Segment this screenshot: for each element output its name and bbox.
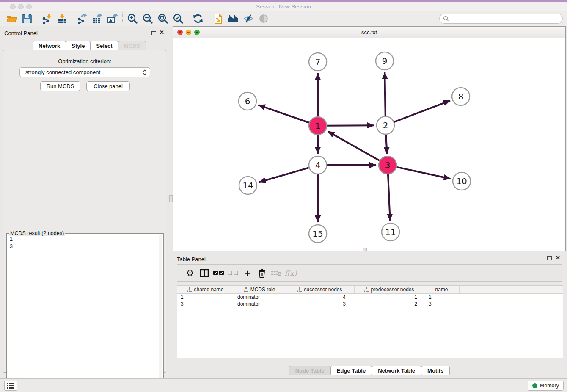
memory-button[interactable]: Memory bbox=[528, 381, 564, 391]
table-row[interactable]: 3 dominator 3 2 3 bbox=[177, 301, 563, 307]
search-input[interactable] bbox=[449, 14, 562, 23]
deselect-all-icon[interactable] bbox=[226, 267, 240, 279]
run-mcds-button[interactable]: Run MCDS bbox=[40, 81, 80, 91]
vertical-split-handle[interactable] bbox=[169, 195, 173, 202]
control-panel: Control Panel ✕ Network Style Select MCD… bbox=[0, 26, 169, 378]
edge-2-3[interactable] bbox=[386, 135, 387, 154]
edge-3-11[interactable] bbox=[388, 174, 390, 221]
cell-predecessor-nodes: 1 bbox=[355, 294, 424, 300]
float-panel-icon[interactable] bbox=[151, 31, 156, 35]
node-label-11: 11 bbox=[385, 227, 396, 237]
show-hide-icon[interactable] bbox=[241, 12, 256, 25]
criterion-value: strongly connected component bbox=[25, 69, 100, 75]
mcds-result-text: 1 3 bbox=[10, 236, 13, 250]
titlebar: Session: New Session bbox=[0, 2, 567, 11]
attribute-tree-icon bbox=[297, 287, 302, 292]
node-label-1: 1 bbox=[315, 121, 321, 131]
cell-predecessor-nodes: 2 bbox=[355, 301, 424, 307]
open-session-home-icon[interactable] bbox=[226, 12, 241, 25]
edge-1-2[interactable] bbox=[327, 125, 374, 126]
network-minimize-icon[interactable]: − bbox=[186, 30, 191, 35]
cell-successor-nodes: 4 bbox=[285, 294, 355, 300]
edge-4-14[interactable] bbox=[259, 168, 309, 182]
import-network-icon[interactable] bbox=[39, 12, 55, 25]
network-canvas[interactable]: 1234678910111415 bbox=[173, 38, 565, 251]
panel-columns-icon[interactable] bbox=[197, 267, 212, 279]
cell-shared-name: 3 bbox=[177, 301, 234, 307]
edge-1-6[interactable] bbox=[258, 105, 309, 123]
tab-network-table[interactable]: Network Table bbox=[372, 366, 421, 375]
cell-name: 1 bbox=[424, 294, 460, 300]
network-close-icon[interactable]: ✕ bbox=[177, 30, 183, 35]
memory-label: Memory bbox=[540, 383, 559, 389]
tab-style[interactable]: Style bbox=[66, 41, 91, 51]
close-table-panel-icon[interactable]: ✕ bbox=[556, 255, 560, 261]
network-graph[interactable]: 1234678910111415 bbox=[173, 38, 565, 251]
tab-edge-table[interactable]: Edge Table bbox=[330, 366, 372, 375]
close-panel-icon[interactable]: ✕ bbox=[160, 30, 164, 36]
import-table-icon[interactable] bbox=[55, 12, 70, 25]
attribute-tree-icon bbox=[244, 287, 248, 292]
export-image-icon[interactable] bbox=[105, 12, 120, 25]
float-table-panel-icon[interactable] bbox=[547, 256, 552, 260]
column-header-predecessor-nodes[interactable]: predecessor nodes bbox=[355, 286, 424, 293]
sphere-icon[interactable] bbox=[256, 12, 271, 25]
tab-motifs[interactable]: Motifs bbox=[421, 366, 450, 375]
tab-select[interactable]: Select bbox=[90, 41, 118, 51]
tab-network[interactable]: Network bbox=[33, 41, 66, 51]
network-maximize-icon[interactable]: + bbox=[194, 30, 200, 35]
apply-layout-icon[interactable] bbox=[190, 12, 206, 25]
status-bar: Memory bbox=[0, 378, 567, 392]
column-header-mcds-role[interactable]: MCDS role bbox=[234, 286, 285, 293]
export-table-icon[interactable] bbox=[90, 12, 105, 25]
mcds-result-title: MCDS result (2 nodes) bbox=[9, 230, 65, 236]
edge-2-9[interactable] bbox=[385, 72, 385, 116]
zoom-fit-icon[interactable] bbox=[155, 12, 171, 25]
result-scrollbar[interactable] bbox=[159, 235, 162, 392]
network-window-titlebar: ✕ − + scc.txt bbox=[173, 27, 565, 38]
function-builder-icon[interactable]: f(x) bbox=[284, 267, 298, 279]
search-icon bbox=[443, 15, 449, 22]
toolbar-separator bbox=[37, 12, 37, 25]
clone-network-icon[interactable] bbox=[210, 12, 226, 25]
task-history-button[interactable] bbox=[4, 381, 17, 391]
node-label-6: 6 bbox=[245, 96, 250, 106]
zoom-out-icon[interactable] bbox=[140, 12, 155, 25]
column-header-successor-nodes[interactable]: successor nodes bbox=[285, 286, 355, 293]
window-minimize-icon[interactable] bbox=[18, 4, 24, 9]
save-session-icon[interactable] bbox=[19, 12, 35, 25]
edge-2-8[interactable] bbox=[394, 101, 450, 122]
select-all-icon[interactable] bbox=[212, 267, 226, 279]
edge-3-10[interactable] bbox=[396, 167, 450, 179]
toolbar-separator bbox=[208, 12, 208, 25]
horizontal-split-handle[interactable] bbox=[363, 248, 367, 251]
table-tabs: Node Table Edge Table Network Table Moti… bbox=[173, 366, 566, 375]
open-file-icon[interactable] bbox=[4, 12, 19, 25]
zoom-in-icon[interactable] bbox=[125, 12, 140, 25]
tab-node-table[interactable]: Node Table bbox=[289, 366, 331, 375]
tab-mcds[interactable]: MCDS bbox=[118, 41, 146, 51]
destroy-table-icon[interactable] bbox=[269, 267, 284, 279]
memory-status-icon bbox=[532, 383, 537, 388]
add-column-icon[interactable]: + bbox=[240, 267, 255, 279]
criterion-dropdown[interactable]: strongly connected component bbox=[19, 67, 150, 77]
control-panel-title: Control Panel bbox=[4, 30, 38, 36]
settings-gear-icon[interactable]: ⚙ bbox=[183, 267, 197, 279]
node-label-8: 8 bbox=[458, 91, 464, 102]
node-label-9: 9 bbox=[382, 56, 388, 66]
table-row[interactable]: 1 dominator 4 1 1 bbox=[177, 294, 563, 301]
edge-3-1[interactable] bbox=[328, 131, 380, 160]
column-header-name[interactable]: name bbox=[424, 286, 460, 293]
window-zoom-icon[interactable] bbox=[26, 4, 32, 9]
zoom-selected-icon[interactable] bbox=[171, 12, 186, 25]
cell-shared-name: 1 bbox=[177, 294, 234, 300]
delete-column-icon[interactable] bbox=[255, 267, 269, 279]
cell-successor-nodes: 3 bbox=[285, 301, 355, 307]
close-panel-button[interactable]: Close panel bbox=[86, 81, 130, 91]
export-network-icon[interactable] bbox=[74, 12, 90, 25]
cell-mcds-role: dominator bbox=[234, 301, 285, 307]
window-close-icon[interactable] bbox=[10, 4, 16, 9]
node-label-2: 2 bbox=[383, 120, 388, 130]
cytoscape-window: Session: New Session bbox=[0, 0, 567, 392]
column-header-shared-name[interactable]: shared name bbox=[177, 286, 234, 293]
